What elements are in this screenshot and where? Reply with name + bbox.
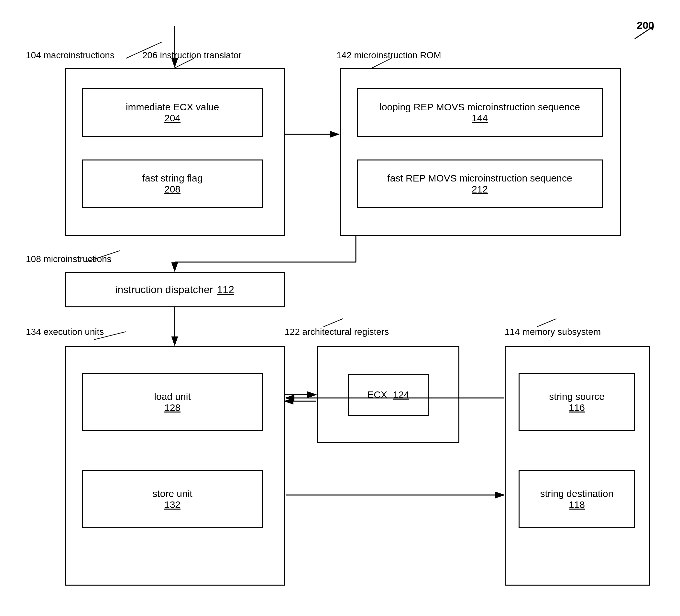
execution-units-box: load unit 128 store unit 132 — [65, 346, 285, 586]
microinstruction-rom-label: 142 microinstruction ROM — [336, 50, 441, 60]
fast-string-flag-num: 208 — [164, 184, 180, 195]
memory-subsystem-label: 114 memory subsystem — [505, 327, 601, 337]
ecx-num: 124 — [393, 389, 409, 400]
looping-rep-num: 144 — [472, 113, 488, 123]
diagram: 200 104 macroinstructions 206 instructio… — [0, 0, 680, 616]
string-destination-num: 118 — [569, 499, 585, 510]
instruction-dispatcher-box: instruction dispatcher 112 — [65, 272, 285, 307]
fast-rep-num: 212 — [472, 184, 488, 195]
instruction-translator-label: 206 instruction translator — [142, 50, 242, 60]
instruction-dispatcher-title: instruction dispatcher — [115, 284, 213, 296]
microinstruction-rom-box: looping REP MOVS microinstruction sequen… — [340, 68, 621, 236]
string-source-title: string source — [549, 391, 605, 402]
instruction-translator-box: immediate ECX value 204 fast string flag… — [65, 68, 285, 236]
load-unit-box: load unit 128 — [82, 373, 263, 431]
string-destination-title: string destination — [540, 488, 614, 499]
fast-string-flag-title: fast string flag — [142, 173, 203, 184]
macroinstructions-label: 104 macroinstructions — [26, 50, 115, 60]
microinstructions-label: 108 microinstructions — [26, 254, 112, 264]
load-unit-title: load unit — [154, 391, 191, 402]
fast-rep-box: fast REP MOVS microinstruction sequence … — [357, 160, 603, 208]
looping-rep-box: looping REP MOVS microinstruction sequen… — [357, 88, 603, 137]
fast-string-flag-box: fast string flag 208 — [82, 160, 263, 208]
ecx-title: ECX — [367, 389, 387, 400]
string-destination-box: string destination 118 — [518, 470, 635, 528]
figure-arrow-icon — [625, 16, 664, 42]
svg-marker-1 — [650, 26, 654, 30]
string-source-num: 116 — [569, 402, 585, 413]
immediate-ecx-num: 204 — [164, 113, 180, 123]
store-unit-title: store unit — [152, 488, 192, 499]
architectural-registers-label: 122 architectural registers — [285, 327, 389, 337]
load-unit-num: 128 — [164, 402, 180, 413]
architectural-registers-box: ECX 124 — [317, 346, 459, 443]
memory-subsystem-box: string source 116 string destination 118 — [505, 346, 650, 586]
fast-rep-title: fast REP MOVS microinstruction sequence — [387, 173, 572, 184]
svg-line-18 — [537, 319, 557, 327]
string-source-box: string source 116 — [518, 373, 635, 431]
store-unit-num: 132 — [164, 499, 180, 510]
immediate-ecx-box: immediate ECX value 204 — [82, 88, 263, 137]
immediate-ecx-title: immediate ECX value — [126, 102, 219, 113]
looping-rep-title: looping REP MOVS microinstruction sequen… — [379, 102, 580, 113]
execution-units-label: 134 execution units — [26, 327, 104, 337]
svg-line-17 — [323, 319, 343, 327]
instruction-dispatcher-num: 112 — [217, 284, 234, 296]
store-unit-box: store unit 132 — [82, 470, 263, 528]
ecx-box: ECX 124 — [348, 374, 429, 416]
